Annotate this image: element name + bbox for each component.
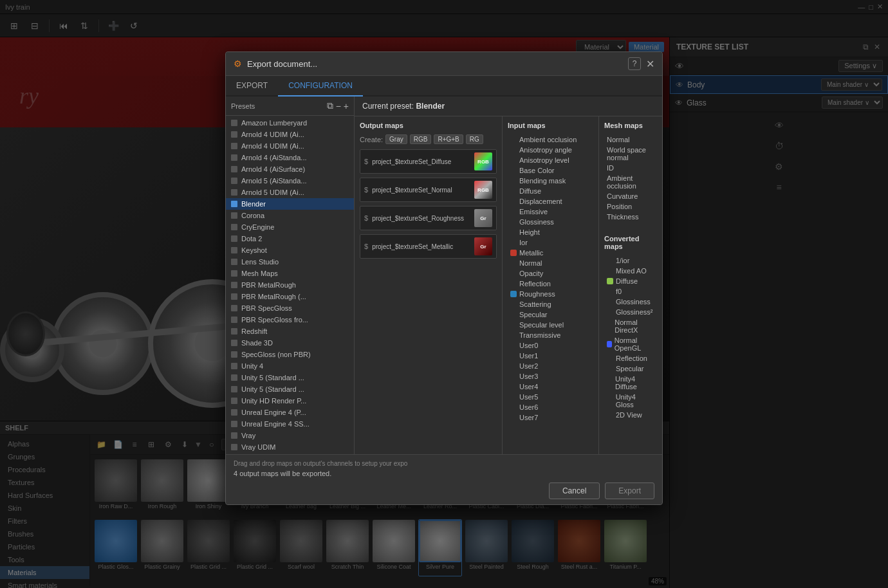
preset-redshift[interactable]: Redshift — [226, 326, 354, 337]
create-row: Create: Gray RGB R+G+B RG — [360, 134, 497, 144]
input-map-blending-mask[interactable]: Blending mask — [508, 176, 593, 186]
preset-pbr-specgloss[interactable]: PBR SpecGloss — [226, 302, 354, 314]
input-map-base-color[interactable]: Base Color — [508, 165, 593, 176]
input-map-ambient-occlusion[interactable]: Ambient occlusion — [508, 134, 593, 145]
tab-configuration[interactable]: CONFIGURATION — [278, 76, 363, 96]
preset-vray-udim[interactable]: Vray UDIM — [226, 441, 354, 453]
dot-normal-directx — [607, 323, 612, 329]
output-map-diffuse: $ project_$textureSet_Diffuse RGB — [360, 149, 497, 174]
cancel-button[interactable]: Cancel — [549, 482, 600, 499]
input-map-roughness[interactable]: Roughness — [508, 289, 593, 299]
preset-unity5-std1[interactable]: Unity 5 (Standard ... — [226, 372, 354, 383]
preset-amazon[interactable]: Amazon Lumberyard — [226, 117, 354, 129]
preset-arnold4-udim1[interactable]: Arnold 4 UDIM (Ai... — [226, 129, 354, 140]
input-map-user5[interactable]: User5 — [508, 392, 593, 402]
input-map-opacity[interactable]: Opacity — [508, 268, 593, 279]
preset-corona[interactable]: Corona — [226, 210, 354, 221]
input-map-user0[interactable]: User0 — [508, 340, 593, 351]
input-map-scattering[interactable]: Scattering — [508, 299, 593, 309]
converted-map-normal-directx[interactable]: Normal DirectX — [604, 317, 657, 335]
presets-copy-btn[interactable]: ⧉ — [327, 100, 333, 111]
tab-export[interactable]: EXPORT — [226, 76, 278, 96]
mesh-map-position[interactable]: Position — [604, 201, 657, 212]
converted-map-diffuse[interactable]: Diffuse — [604, 276, 657, 286]
map-type-rg-btn[interactable]: RG — [466, 134, 483, 144]
input-map-transmissive[interactable]: Transmissive — [508, 330, 593, 340]
dot-user5 — [510, 394, 517, 400]
preset-pbr-metalrough[interactable]: PBR MetalRough — [226, 279, 354, 291]
presets-plus-btn[interactable]: + — [344, 101, 349, 111]
mesh-map-ambient-occlusion[interactable]: Ambient occlusion — [604, 173, 657, 191]
mesh-map-normal[interactable]: Normal — [604, 134, 657, 145]
input-map-displacement[interactable]: Displacement — [508, 196, 593, 207]
map-dollar-1: $ — [364, 158, 368, 165]
preset-arnold4-aistanda[interactable]: Arnold 4 (AiStanda... — [226, 152, 354, 163]
preset-arnold4-aisurface[interactable]: Arnold 4 (AiSurface) — [226, 163, 354, 175]
preset-unity5-std2[interactable]: Unity 5 (Standard ... — [226, 383, 354, 395]
input-map-diffuse[interactable]: Diffuse — [508, 186, 593, 196]
mesh-map-thickness[interactable]: Thickness — [604, 212, 657, 222]
input-map-normal[interactable]: Normal — [508, 258, 593, 268]
converted-map-reflection[interactable]: Reflection — [604, 353, 657, 363]
input-map-user7[interactable]: User7 — [508, 412, 593, 423]
converted-map-mixed-ao[interactable]: Mixed AO — [604, 266, 657, 276]
input-map-user6[interactable]: User6 — [508, 402, 593, 412]
input-map-emissive[interactable]: Emissive — [508, 207, 593, 217]
dot-1-ior — [607, 257, 613, 264]
input-map-reflection[interactable]: Reflection — [508, 279, 593, 289]
converted-map-unity4-gloss[interactable]: Unity4 Gloss — [604, 392, 657, 410]
preset-dota2[interactable]: Dota 2 — [226, 233, 354, 244]
converted-map-glossiness2[interactable]: Glossiness² — [604, 307, 657, 317]
preset-arnold5-aistanda[interactable]: Arnold 5 (AiStanda... — [226, 175, 354, 187]
preset-mesh-maps[interactable]: Mesh Maps — [226, 268, 354, 279]
preset-unity-hd[interactable]: Unity HD Render P... — [226, 395, 354, 407]
mesh-map-id[interactable]: ID — [604, 163, 657, 173]
current-preset-label: Current preset: — [362, 102, 414, 111]
output-map-roughness: $ project_$textureSet_Roughness Gr — [360, 206, 497, 230]
preset-unity4[interactable]: Unity 4 — [226, 360, 354, 372]
input-map-user4[interactable]: User4 — [508, 381, 593, 392]
presets-label: Presets — [231, 102, 324, 110]
input-map-user3[interactable]: User3 — [508, 371, 593, 381]
dialog-close-btn[interactable]: ✕ — [646, 58, 654, 70]
map-type-rgb-plus-btn[interactable]: R+G+B — [434, 134, 463, 144]
input-map-height[interactable]: Height — [508, 227, 593, 237]
input-map-glossiness[interactable]: Glossiness — [508, 217, 593, 227]
converted-map-1-ior[interactable]: 1/ior — [604, 255, 657, 266]
dot-normal-opengl — [607, 341, 612, 347]
map-type-gray-btn[interactable]: Gray — [385, 134, 407, 144]
converted-map-2d-view[interactable]: 2D View — [604, 410, 657, 420]
converted-map-normal-opengl[interactable]: Normal OpenGL — [604, 335, 657, 353]
converted-map-glossiness[interactable]: Glossiness — [604, 297, 657, 307]
presets-minus-btn[interactable]: − — [336, 101, 341, 111]
preset-lens-studio[interactable]: Lens Studio — [226, 256, 354, 268]
input-map-anisotropy-level[interactable]: Anisotropy level — [508, 155, 593, 165]
map-type-rgb-btn[interactable]: RGB — [410, 134, 432, 144]
input-map-specular-level[interactable]: Specular level — [508, 320, 593, 330]
dialog-help-btn[interactable]: ? — [628, 57, 641, 70]
preset-arnold4-udim2[interactable]: Arnold 4 UDIM (Ai... — [226, 140, 354, 152]
input-map-anisotropy-angle[interactable]: Anisotropy angle — [508, 145, 593, 155]
preset-unreal4-p[interactable]: Unreal Engine 4 (P... — [226, 407, 354, 418]
input-map-ior[interactable]: Ior — [508, 237, 593, 248]
preset-pbr-specgloss-fro[interactable]: PBR SpecGloss fro... — [226, 314, 354, 326]
input-map-specular[interactable]: Specular — [508, 309, 593, 320]
converted-map-unity4-diffuse[interactable]: Unity4 Diffuse — [604, 374, 657, 392]
preset-unreal4-ss[interactable]: Unreal Engine 4 SS... — [226, 418, 354, 430]
preset-blender[interactable]: Blender — [226, 198, 354, 210]
preset-specgloss-non-pbr[interactable]: SpecGloss (non PBR) — [226, 349, 354, 360]
preset-vray[interactable]: Vray — [226, 430, 354, 441]
preset-shade3d[interactable]: Shade 3D — [226, 337, 354, 349]
export-button[interactable]: Export — [605, 482, 654, 499]
input-map-metallic[interactable]: Metallic — [508, 248, 593, 258]
mesh-map-curvature[interactable]: Curvature — [604, 191, 657, 201]
mesh-map-world-space-normal[interactable]: World space normal — [604, 145, 657, 163]
preset-pbr-metalrough2[interactable]: PBR MetalRough (... — [226, 291, 354, 302]
input-map-user2[interactable]: User2 — [508, 361, 593, 371]
preset-keyshot[interactable]: Keyshot — [226, 244, 354, 256]
converted-map-f0[interactable]: f0 — [604, 286, 657, 297]
input-map-user1[interactable]: User1 — [508, 351, 593, 361]
preset-arnold5-udim[interactable]: Arnold 5 UDIM (Ai... — [226, 187, 354, 198]
converted-map-specular-converted[interactable]: Specular — [604, 363, 657, 374]
preset-cryengine[interactable]: CryEngine — [226, 221, 354, 233]
